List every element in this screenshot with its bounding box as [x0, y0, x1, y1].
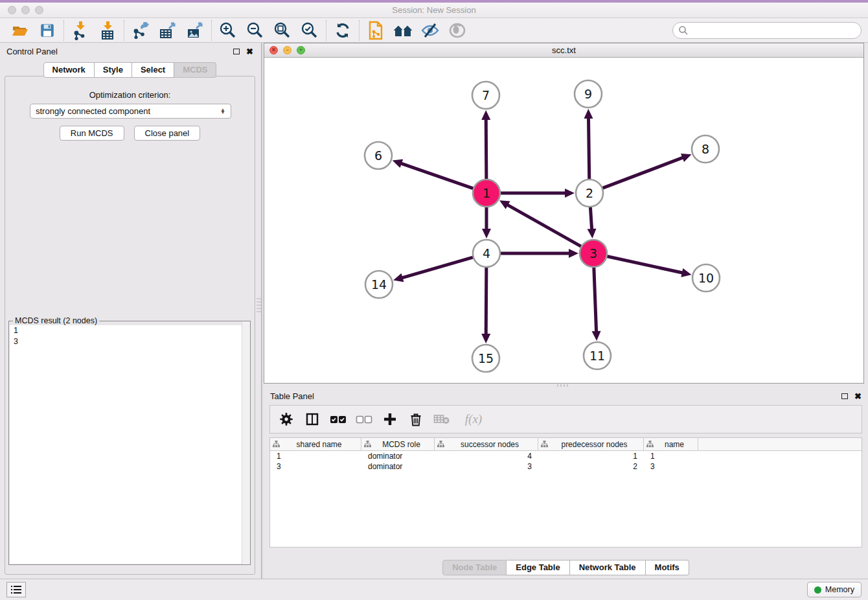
close-panel-button[interactable]: Close panel	[134, 126, 201, 141]
graph-edge-2-8[interactable]	[602, 157, 685, 188]
table-cell[interactable]: 3	[270, 462, 361, 471]
svg-text:8: 8	[702, 142, 709, 156]
column-header-mcds-role[interactable]: MCDS role	[361, 438, 435, 450]
apply-layout-button[interactable]	[329, 19, 356, 41]
show-panel-button[interactable]	[444, 19, 471, 41]
graph-edge-3-1[interactable]	[506, 204, 582, 247]
tab-node-table[interactable]: Node Table	[442, 560, 507, 575]
tab-edge-table[interactable]: Edge Table	[507, 560, 569, 575]
zoom-fit-button[interactable]	[269, 19, 296, 41]
float-panel-icon[interactable]	[233, 49, 240, 54]
delete-table-button[interactable]	[433, 411, 450, 428]
column-header-name[interactable]: name	[644, 438, 698, 450]
network-graph[interactable]: 7968124314101511	[264, 58, 863, 383]
search-field[interactable]	[672, 22, 862, 39]
graph-edge-4-14[interactable]	[401, 257, 474, 279]
graph-node-9[interactable]: 9	[575, 80, 602, 108]
svg-text:14: 14	[371, 277, 387, 292]
optimization-criterion-dropdown[interactable]: strongly connected component ▲▼	[30, 104, 231, 119]
column-header-shared-name[interactable]: shared name	[270, 438, 361, 450]
graph-node-7[interactable]: 7	[472, 82, 499, 109]
export-image-button[interactable]	[181, 19, 209, 41]
tab-style[interactable]: Style	[95, 62, 132, 78]
mcds-result-text[interactable]: 13	[10, 325, 249, 564]
select-all-icon	[330, 414, 347, 424]
graph-edge-1-7[interactable]	[486, 118, 486, 180]
column-header-predecessor-nodes[interactable]: predecessor nodes	[538, 438, 644, 450]
graph-node-1[interactable]: 1	[473, 179, 500, 207]
delete-column-button[interactable]	[407, 411, 424, 428]
graph-edge-2-9[interactable]	[588, 117, 589, 180]
table-cell[interactable]: 3	[435, 462, 538, 471]
memory-button[interactable]: Memory	[807, 582, 862, 597]
graph-edge-4-15[interactable]	[486, 266, 486, 336]
splitter-grip-horizontal[interactable]	[557, 384, 570, 387]
table-cell[interactable]: 4	[435, 452, 538, 461]
graph-node-11[interactable]: 11	[584, 342, 611, 369]
graph-edge-3-10[interactable]	[606, 256, 684, 273]
deselect-all-button[interactable]	[356, 411, 372, 428]
svg-text:4: 4	[483, 246, 490, 260]
table-cell[interactable]: 1	[644, 452, 698, 461]
run-mcds-button[interactable]: Run MCDS	[60, 126, 124, 141]
network-window-titlebar[interactable]: ✕ − + scc.txt	[264, 43, 863, 58]
table-cell[interactable]: 1	[538, 452, 644, 461]
export-table-button[interactable]	[154, 19, 181, 41]
select-all-button[interactable]	[330, 411, 347, 428]
tab-mcds[interactable]: MCDS	[174, 62, 216, 78]
graph-node-6[interactable]: 6	[365, 142, 392, 169]
float-table-panel-icon[interactable]	[841, 393, 848, 399]
close-table-panel-icon[interactable]: ✖	[854, 392, 862, 400]
graph-node-15[interactable]: 15	[472, 345, 499, 372]
search-input[interactable]	[692, 25, 856, 35]
graph-edge-3-11[interactable]	[594, 266, 597, 333]
export-table-icon	[158, 21, 177, 40]
table-cell[interactable]: 2	[538, 462, 644, 471]
node-table[interactable]: shared nameMCDS rolesuccessor nodesprede…	[269, 437, 862, 548]
close-panel-icon[interactable]: ✖	[246, 47, 253, 56]
graph-node-4[interactable]: 4	[473, 240, 500, 267]
function-builder-button[interactable]: f(x)	[459, 411, 488, 428]
task-history-button[interactable]	[6, 582, 26, 597]
tab-select[interactable]: Select	[132, 62, 174, 78]
table-cell[interactable]: dominator	[361, 462, 435, 471]
zoom-out-button[interactable]	[242, 19, 269, 41]
splitter-grip[interactable]	[257, 298, 261, 312]
show-columns-button[interactable]	[304, 411, 321, 428]
table-cell[interactable]: 3	[644, 462, 698, 471]
table-settings-button[interactable]	[278, 411, 295, 428]
graph-edge-2-3[interactable]	[590, 206, 591, 231]
table-cell[interactable]: 1	[270, 452, 361, 461]
reset-session-button[interactable]	[389, 19, 417, 41]
import-table-button[interactable]	[94, 19, 121, 41]
graph-node-3[interactable]: 3	[580, 240, 607, 267]
export-network-button[interactable]	[127, 19, 154, 41]
new-network-from-selection-button[interactable]	[362, 19, 389, 41]
graph-node-8[interactable]: 8	[692, 135, 719, 163]
zoom-in-button[interactable]	[214, 19, 242, 41]
add-column-button[interactable]	[382, 411, 398, 428]
result-scrollbar[interactable]	[242, 321, 250, 564]
import-network-button[interactable]	[67, 19, 94, 41]
graph-node-10[interactable]: 10	[692, 264, 720, 292]
table-panel-title: Table Panel	[270, 391, 314, 401]
graph-node-14[interactable]: 14	[365, 271, 393, 298]
zoom-selected-button[interactable]	[296, 19, 323, 41]
graph-edge-1-6[interactable]	[400, 163, 474, 189]
open-session-button[interactable]	[6, 19, 34, 41]
toolbar-separator	[124, 20, 124, 41]
dropdown-selected-value: strongly connected component	[36, 106, 150, 116]
table-row[interactable]: 3dominator323	[270, 461, 862, 472]
table-row[interactable]: 1dominator411	[270, 451, 862, 461]
columns-icon	[305, 412, 319, 426]
app-titlebar: Session: New Session	[0, 3, 868, 18]
save-session-button[interactable]	[34, 19, 61, 41]
tab-motifs[interactable]: Motifs	[646, 560, 689, 575]
tab-network[interactable]: Network	[43, 62, 95, 78]
panel-splitter-vertical[interactable]	[261, 43, 263, 579]
hide-graphics-details-button[interactable]	[417, 19, 444, 41]
tab-network-table[interactable]: Network Table	[570, 560, 646, 575]
column-header-successor-nodes[interactable]: successor nodes	[435, 438, 538, 450]
table-cell[interactable]: dominator	[361, 452, 435, 461]
graph-node-2[interactable]: 2	[576, 179, 603, 207]
